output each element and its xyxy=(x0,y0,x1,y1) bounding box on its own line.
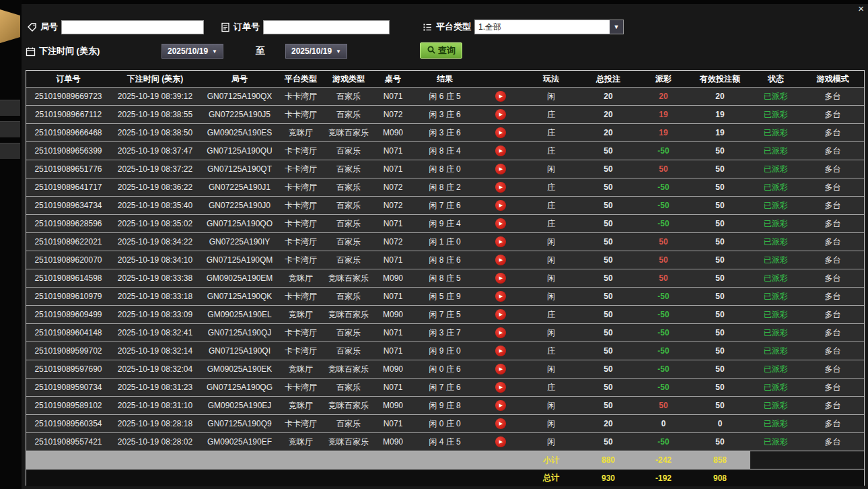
cell-total-bet: 20 xyxy=(579,106,637,123)
cell-round-id: GM09025A190ES xyxy=(200,124,279,141)
cell-bet-time: 2025-10-19 08:32:14 xyxy=(110,342,200,360)
table-row[interactable]: 251019089609499 2025-10-19 08:33:09 GM09… xyxy=(26,305,864,323)
play-icon[interactable] xyxy=(495,273,506,284)
cell-replay xyxy=(478,288,523,305)
cell-game-type: 百家乐 xyxy=(322,342,375,360)
cell-bet-type: 闲 xyxy=(523,433,579,451)
cell-game-type: 竞咪百家乐 xyxy=(322,269,375,287)
column-header: 游戏类型 xyxy=(322,71,375,87)
cell-result: 闲 1 庄 0 xyxy=(411,233,478,251)
column-header: 局号 xyxy=(200,71,279,87)
query-button[interactable]: 查询 xyxy=(420,42,462,59)
cell-result: 闲 5 庄 9 xyxy=(411,288,478,305)
cell-bet-type: 庄 xyxy=(523,342,579,360)
play-icon[interactable] xyxy=(495,200,506,211)
table-row[interactable]: 251019089620070 2025-10-19 08:34:10 GN07… xyxy=(26,251,864,269)
cell-game-type: 竞咪百家乐 xyxy=(322,397,375,414)
play-icon[interactable] xyxy=(495,382,506,393)
cell-replay xyxy=(478,124,523,141)
table-row[interactable]: 251019089622021 2025-10-19 08:34:22 GN07… xyxy=(26,232,864,251)
cell-valid-bet: 50 xyxy=(690,233,750,251)
round-input[interactable] xyxy=(61,20,204,34)
table-row[interactable]: 251019089590734 2025-10-19 08:31:23 GN07… xyxy=(26,378,864,396)
table-row[interactable]: 251019089614598 2025-10-19 08:33:38 GM09… xyxy=(26,269,864,287)
play-icon[interactable] xyxy=(495,218,506,229)
cell-total-bet: 50 xyxy=(579,160,637,178)
date-from-button[interactable]: 2025/10/19 ▼ xyxy=(161,44,223,59)
play-icon[interactable] xyxy=(495,291,506,302)
table-row[interactable]: 251019089651776 2025-10-19 08:37:22 GN07… xyxy=(26,160,864,178)
cell-result: 闲 8 庄 0 xyxy=(411,160,478,178)
play-icon[interactable] xyxy=(495,91,506,102)
table-row[interactable]: 251019089597690 2025-10-19 08:32:04 GM09… xyxy=(26,360,864,378)
cell-bet-type: 闲 xyxy=(523,288,579,305)
play-icon[interactable] xyxy=(495,309,506,320)
cell-platform: 卡卡湾厅 xyxy=(279,197,322,214)
cell-platform: 卡卡湾厅 xyxy=(279,324,322,341)
table-row[interactable]: 251019089557421 2025-10-19 08:28:02 GM09… xyxy=(26,432,864,451)
table-row[interactable]: 251019089628596 2025-10-19 08:35:02 GN07… xyxy=(26,214,864,232)
play-icon[interactable] xyxy=(495,346,506,356)
play-icon[interactable] xyxy=(495,164,506,174)
table-row[interactable]: 251019089641717 2025-10-19 08:36:22 GN07… xyxy=(26,178,864,196)
cell-platform: 竞咪厅 xyxy=(279,397,322,414)
platform-selected-value: 1.全部 xyxy=(478,22,501,33)
play-icon[interactable] xyxy=(495,255,506,265)
table-row[interactable]: 251019089599702 2025-10-19 08:32:14 GN07… xyxy=(26,341,864,360)
table-row[interactable]: 251019089666468 2025-10-19 08:38:50 GM09… xyxy=(26,123,864,141)
cell-bet-time: 2025-10-19 08:28:02 xyxy=(110,433,200,451)
play-icon[interactable] xyxy=(495,418,506,429)
play-icon[interactable] xyxy=(495,327,506,338)
cell-valid-bet: 50 xyxy=(690,433,750,451)
cell-order-id: 251019089641717 xyxy=(26,178,110,196)
cell-payout: 50 xyxy=(637,160,690,178)
cell-round-id: GN07125A190QM xyxy=(200,251,279,269)
cell-platform: 竞咪厅 xyxy=(279,269,322,287)
platform-select[interactable]: 1.全部 ▼ xyxy=(474,20,624,34)
cell-bet-time: 2025-10-19 08:38:50 xyxy=(110,124,200,141)
table-row[interactable]: 251019089604148 2025-10-19 08:32:41 GN07… xyxy=(26,323,864,341)
order-filter: 订单号 xyxy=(221,19,390,35)
date-to-button[interactable]: 2025/10/19 ▼ xyxy=(285,44,347,59)
play-icon[interactable] xyxy=(495,182,506,193)
cell-status: 已派彩 xyxy=(750,433,801,451)
play-icon[interactable] xyxy=(495,400,506,411)
table-row[interactable]: 251019089589102 2025-10-19 08:31:10 GM09… xyxy=(26,396,864,414)
play-icon[interactable] xyxy=(495,145,506,156)
cell-table-no: M090 xyxy=(375,360,411,378)
table-row[interactable]: 251019089667112 2025-10-19 08:38:55 GN07… xyxy=(26,105,864,123)
subtotal-label: 小计 xyxy=(523,451,579,469)
table-row[interactable]: 251019089656399 2025-10-19 08:37:47 GN07… xyxy=(26,141,864,160)
cell-game-type: 百家乐 xyxy=(322,106,375,123)
play-icon[interactable] xyxy=(495,364,506,374)
cell-game-type: 百家乐 xyxy=(322,88,375,105)
column-header: 订单号 xyxy=(26,71,110,87)
cell-platform: 卡卡湾厅 xyxy=(279,288,322,305)
list-icon xyxy=(423,22,433,32)
column-header: 派彩 xyxy=(637,71,690,87)
chevron-down-icon: ▼ xyxy=(212,48,217,55)
order-input[interactable] xyxy=(263,20,390,34)
round-label: 局号 xyxy=(40,21,58,33)
cell-status: 已派彩 xyxy=(750,397,801,414)
table-row[interactable]: 251019089560354 2025-10-19 08:28:18 GN07… xyxy=(26,414,864,432)
cell-bet-time: 2025-10-19 08:33:09 xyxy=(110,306,200,323)
cell-total-bet: 50 xyxy=(579,269,637,287)
cell-replay xyxy=(478,324,523,341)
magnifier-icon xyxy=(427,45,436,57)
table-row[interactable]: 251019089610979 2025-10-19 08:33:18 GN07… xyxy=(26,287,864,305)
cell-bet-type: 庄 xyxy=(523,142,579,160)
cell-replay xyxy=(478,178,523,196)
cell-status: 已派彩 xyxy=(750,342,801,360)
cell-table-no: M090 xyxy=(375,397,411,414)
cell-replay xyxy=(478,415,523,432)
play-icon[interactable] xyxy=(495,236,506,247)
cell-bet-time: 2025-10-19 08:33:38 xyxy=(110,269,200,287)
cell-status: 已派彩 xyxy=(750,324,801,341)
total-row: 总计 930 -192 908 xyxy=(26,469,864,486)
play-icon[interactable] xyxy=(495,127,506,138)
table-row[interactable]: 251019089634734 2025-10-19 08:35:40 GN07… xyxy=(26,196,864,214)
play-icon[interactable] xyxy=(495,109,506,120)
play-icon[interactable] xyxy=(495,436,506,447)
table-row[interactable]: 251019089669723 2025-10-19 08:39:12 GN07… xyxy=(26,87,864,105)
